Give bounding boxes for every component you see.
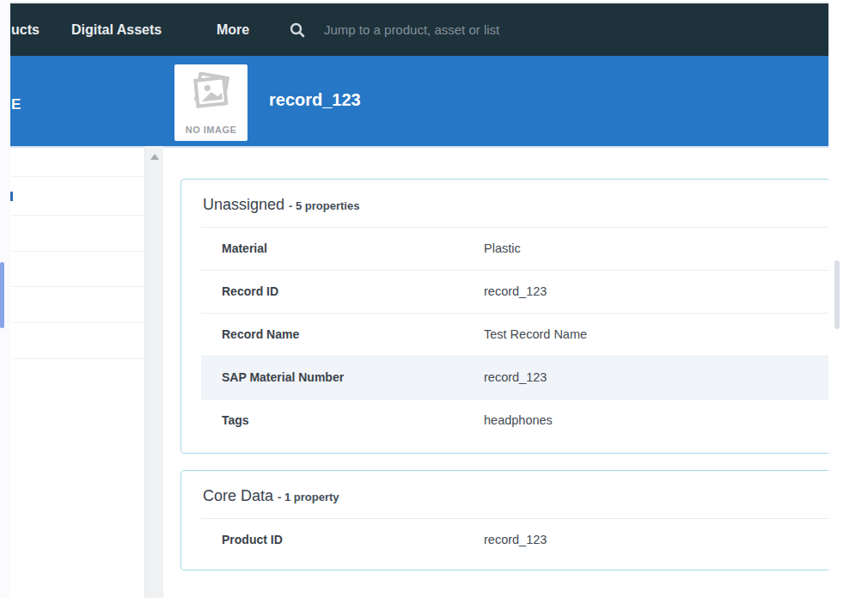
search-input[interactable]: Jump to a product, asset or list xyxy=(324,3,499,56)
property-value[interactable]: record_123 xyxy=(484,370,547,384)
card-property-count: - 5 properties xyxy=(289,199,359,212)
record-thumbnail[interactable]: NO IMAGE xyxy=(174,64,248,141)
property-value[interactable]: Test Record Name xyxy=(484,327,587,341)
scroll-up-icon[interactable] xyxy=(150,154,159,160)
sidebar-row-divider xyxy=(11,251,144,252)
sidebar-row-divider xyxy=(11,176,144,177)
card-title: Core Data- 1 property xyxy=(203,487,339,505)
property-value[interactable]: headphones xyxy=(484,413,553,427)
property-value[interactable]: record_123 xyxy=(484,284,547,298)
card-title: Unassigned- 5 properties xyxy=(203,196,359,214)
nav-item-more[interactable]: More xyxy=(217,3,249,56)
sidebar-list xyxy=(11,148,144,598)
table-row[interactable]: Tags headphones xyxy=(201,400,828,442)
header-cut-text: E xyxy=(11,96,21,113)
app-window: ucts Digital Assets More Jump to a produ… xyxy=(10,3,828,598)
record-header: E NO IMAGE record_123 xyxy=(10,56,828,146)
nav-item-digital-assets[interactable]: Digital Assets xyxy=(71,3,162,56)
property-label: Product ID xyxy=(222,533,283,546)
content-scrollbar-thumb[interactable] xyxy=(834,260,840,329)
no-image-label: NO IMAGE xyxy=(174,125,248,135)
property-rows: Material Plastic Record ID record_123 Re… xyxy=(201,228,828,442)
table-row[interactable]: Material Plastic xyxy=(201,228,828,271)
sidebar-clipped-link[interactable] xyxy=(10,192,13,201)
card-header: Unassigned- 5 properties xyxy=(201,180,828,228)
sidebar-row-divider xyxy=(11,322,144,323)
property-rows: Product ID record_123 xyxy=(201,519,828,571)
sidebar-row-divider xyxy=(11,358,144,359)
property-card-unassigned: Unassigned- 5 properties Material Plasti… xyxy=(180,179,828,454)
top-navbar: ucts Digital Assets More Jump to a produ… xyxy=(10,3,828,56)
sidebar-row-divider xyxy=(11,215,144,216)
card-title-text: Core Data xyxy=(203,487,273,504)
no-image-icon xyxy=(189,72,234,115)
search-icon[interactable] xyxy=(290,22,305,38)
property-card-core-data: Core Data- 1 property Product ID record_… xyxy=(180,470,828,571)
property-label: Tags xyxy=(222,413,249,427)
table-row[interactable]: Product ID record_123 xyxy=(201,519,828,571)
property-value[interactable]: record_123 xyxy=(484,533,547,546)
property-value[interactable]: Plastic xyxy=(484,241,521,255)
record-title: record_123 xyxy=(269,90,361,110)
left-scrollbar-thumb[interactable] xyxy=(0,262,4,328)
sidebar-row-divider xyxy=(11,286,144,287)
property-label: Record ID xyxy=(222,284,278,298)
table-row[interactable]: Record Name Test Record Name xyxy=(201,314,828,357)
table-row-highlighted[interactable]: SAP Material Number record_123 xyxy=(201,357,828,400)
sidebar-scrollbar[interactable] xyxy=(144,146,163,598)
nav-item-products-cut[interactable]: ucts xyxy=(11,3,40,56)
table-row[interactable]: Record ID record_123 xyxy=(201,271,828,314)
card-property-count: - 1 property xyxy=(278,491,339,503)
property-label: SAP Material Number xyxy=(222,370,344,384)
property-label: Record Name xyxy=(222,327,299,341)
card-title-text: Unassigned xyxy=(203,196,284,213)
card-header: Core Data- 1 property xyxy=(201,471,828,519)
page: ucts Digital Assets More Jump to a produ… xyxy=(0,0,868,598)
property-label: Material xyxy=(222,241,267,255)
